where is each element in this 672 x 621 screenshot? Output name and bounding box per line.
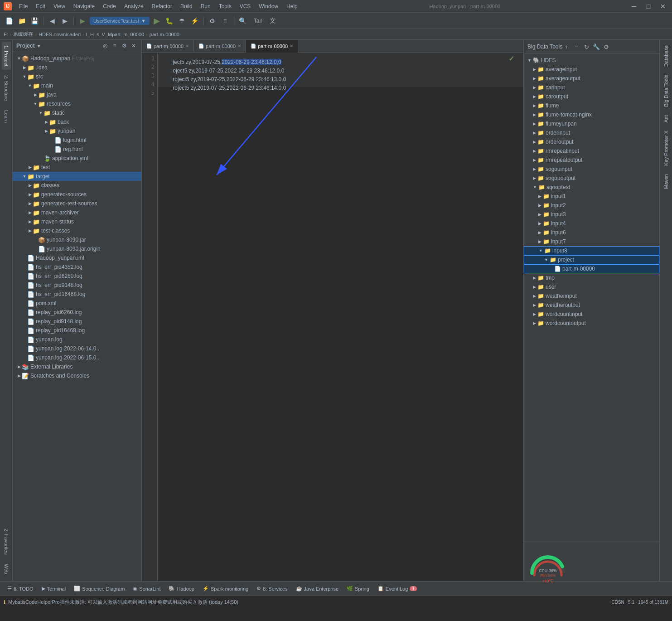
arrow-yunpan[interactable]: ▶	[44, 128, 49, 134]
breadcrumb-path[interactable]: I_H_s_V_Mpart_m_00000	[86, 32, 144, 37]
arrow-resources[interactable]: ▼	[33, 101, 38, 107]
tree-src[interactable]: ▼ 📁 src	[13, 72, 141, 81]
arrow-back[interactable]: ▶	[44, 119, 49, 125]
hdfs-averageinput[interactable]: ▶ 📁 averageinput	[524, 65, 659, 74]
arrow-test[interactable]: ▶	[27, 165, 33, 170]
hdfs-caroutput[interactable]: ▶ 📁 caroutput	[524, 92, 659, 101]
hdfs-input3[interactable]: ▶ 📁 input3	[524, 210, 659, 219]
hdfs-averageoutput[interactable]: ▶ 📁 averageoutput	[524, 74, 659, 83]
tree-log4[interactable]: ▶ 📄 hs_err_pid16468.log	[13, 290, 141, 299]
menu-refactor[interactable]: Refactor	[148, 2, 176, 11]
breadcrumb-f[interactable]: F:	[4, 32, 8, 37]
hdfs-orderoutput[interactable]: ▶ 📁 orderoutput	[524, 137, 659, 146]
bdt-remove-btn[interactable]: −	[572, 43, 580, 51]
tab-file-2[interactable]: 📄 part-m-00000 ✕	[194, 40, 246, 53]
tab-close-1[interactable]: ✕	[185, 44, 189, 49]
editor-content[interactable]: 1 2 3 4 5 ject5 zy,2019-07-25,2022-06-29…	[142, 53, 523, 581]
tree-jar-origin[interactable]: ▶ 📄 yunpan-8090.jar.origin	[13, 244, 141, 253]
tree-appyml[interactable]: ▶ 🍃 application.yml	[13, 154, 141, 163]
tab-terminal[interactable]: ▶ Terminal	[38, 583, 70, 595]
menu-run[interactable]: Run	[197, 2, 214, 11]
arrow-root[interactable]: ▼	[16, 56, 22, 61]
hdfs-flume[interactable]: ▶ 📁 flume	[524, 101, 659, 110]
tree-gen-sources[interactable]: ▶ 📁 generated-sources	[13, 190, 141, 199]
tree-jar[interactable]: ▶ 📦 yunpan-8090.jar	[13, 235, 141, 244]
breadcrumb-file[interactable]: part-m-00000	[150, 32, 179, 37]
tree-main[interactable]: ▼ 📁 main	[13, 81, 141, 90]
hdfs-user[interactable]: ▶ 📁 user	[524, 282, 659, 291]
tree-resources[interactable]: ▼ 📁 resources	[13, 99, 141, 108]
tab-favorites[interactable]: 2: Favorites	[2, 525, 11, 558]
menu-help[interactable]: Help	[283, 2, 301, 11]
tree-root[interactable]: ▼ 📦 Hadoop_yunpan E:\IdeaProj	[13, 54, 141, 63]
back-btn[interactable]: ◀	[47, 15, 58, 26]
hdfs-input4[interactable]: ▶ 📁 input4	[524, 219, 659, 228]
tree-test-classes[interactable]: ▶ 📁 test-classes	[13, 226, 141, 235]
new-file-btn[interactable]: 📄	[4, 15, 15, 26]
arrow-maven-status[interactable]: ▶	[27, 219, 33, 224]
tree-yunpanlog2[interactable]: ▶ 📄 yunpan.log.2022-06-14.0..	[13, 344, 141, 353]
tab-event-log[interactable]: 📋 Event Log 1	[374, 583, 421, 595]
menu-file[interactable]: File	[15, 2, 31, 11]
menu-window[interactable]: Window	[255, 2, 282, 11]
tree-java[interactable]: ▶ 📁 java	[13, 90, 141, 99]
tree-yunpan[interactable]: ▶ 📁 yunpan	[13, 126, 141, 136]
hdfs-part-file[interactable]: ▶ 📄 part-m-00000	[524, 264, 659, 273]
minimize-btn[interactable]: ─	[628, 1, 639, 12]
tab-java-enterprise[interactable]: ☕ Java Enterprise	[292, 583, 342, 595]
tab-file-1[interactable]: 📄 part-m-00000 ✕	[142, 40, 194, 53]
menu-code[interactable]: Code	[99, 2, 120, 11]
hdfs-carinput[interactable]: ▶ 📁 carinput	[524, 83, 659, 92]
tree-back[interactable]: ▶ 📁 back	[13, 117, 141, 126]
settings-btn[interactable]: ⚙	[207, 15, 218, 26]
tab-spark[interactable]: ⚡ Spark monitoring	[199, 583, 252, 595]
more-btn[interactable]: ≡	[220, 15, 231, 26]
tree-test[interactable]: ▶ 📁 test	[13, 163, 141, 172]
tree-ext-lib[interactable]: ▶ 📚 External Libraries	[13, 362, 141, 371]
hdfs-wordcountoutput[interactable]: ▶ 📁 wordcountoutput	[524, 319, 659, 328]
hdfs-weatheroutput[interactable]: ▶ 📁 weatheroutput	[524, 301, 659, 310]
hdfs-tmp[interactable]: ▶ 📁 tmp	[524, 273, 659, 282]
hdfs-weatherinput[interactable]: ▶ 📁 weatherinput	[524, 291, 659, 301]
tree-maven-arch[interactable]: ▶ 📁 maven-archiver	[13, 208, 141, 217]
hdfs-input8[interactable]: ▼ 📁 input8	[524, 246, 659, 255]
tree-scratches[interactable]: ▶ 📝 Scratches and Consoles	[13, 371, 141, 380]
menu-navigate[interactable]: Navigate	[70, 2, 98, 11]
tab-spring[interactable]: 🌿 Spring	[343, 583, 373, 595]
hdfs-input6[interactable]: ▶ 📁 input6	[524, 228, 659, 237]
tab-seq-diagram[interactable]: ⬜ Sequence Diagram	[70, 583, 128, 595]
coverage-btn[interactable]: ☂	[177, 15, 188, 26]
tree-reg[interactable]: ▶ 📄 reg.html	[13, 145, 141, 154]
tab-web[interactable]: Web	[2, 560, 11, 577]
tree-pom[interactable]: ▶ 📄 pom.xml	[13, 299, 141, 308]
translate-btn[interactable]: 文	[267, 15, 278, 26]
tab-hadoop[interactable]: 🐘 Hadoop	[165, 583, 198, 595]
arrow-java[interactable]: ▶	[33, 92, 38, 97]
locate-btn[interactable]: ◎	[101, 42, 109, 50]
arrow-src[interactable]: ▼	[22, 74, 27, 79]
project-dropdown[interactable]: ▼	[37, 44, 41, 49]
hdfs-input2[interactable]: ▶ 📁 input2	[524, 201, 659, 210]
hdfs-sogououtput[interactable]: ▶ 📁 sogououtput	[524, 174, 659, 183]
arrow-maven-arch[interactable]: ▶	[27, 210, 33, 215]
menu-tools[interactable]: Tools	[215, 2, 235, 11]
arrow-idea[interactable]: ▶	[22, 65, 27, 70]
sidebar-settings-btn[interactable]: ⚙	[120, 42, 128, 50]
hdfs-sqooptest[interactable]: ▼ 📁 sqooptest	[524, 183, 659, 192]
tree-gen-test[interactable]: ▶ 📁 generated-test-sources	[13, 199, 141, 208]
arrow-test-classes[interactable]: ▶	[27, 228, 33, 233]
tree-yunpanlog3[interactable]: ▶ 📄 yunpan.log.2022-06-15.0..	[13, 353, 141, 362]
hdfs-flume-tomcat[interactable]: ▶ 📁 flume-tomcat-nginx	[524, 110, 659, 119]
tree-maven-status[interactable]: ▶ 📁 maven-status	[13, 217, 141, 226]
arrow-gen[interactable]: ▶	[27, 192, 33, 197]
profile-btn[interactable]: ⚡	[189, 15, 200, 26]
bdt-settings-btn[interactable]: 🔧	[592, 43, 600, 51]
hdfs-input1[interactable]: ▶ 📁 input1	[524, 192, 659, 201]
tree-classes[interactable]: ▶ 📁 classes	[13, 181, 141, 190]
tab-close-2[interactable]: ✕	[237, 44, 241, 49]
tab-ant[interactable]: Ant	[662, 112, 671, 126]
breadcrumb-cache[interactable]: 系统缓存	[13, 31, 33, 38]
tree-log2[interactable]: ▶ 📄 hs_err_pid6260.log	[13, 272, 141, 281]
tree-replay1[interactable]: ▶ 📄 replay_pid6260.log	[13, 308, 141, 317]
tree-static[interactable]: ▼ 📁 static	[13, 108, 141, 117]
